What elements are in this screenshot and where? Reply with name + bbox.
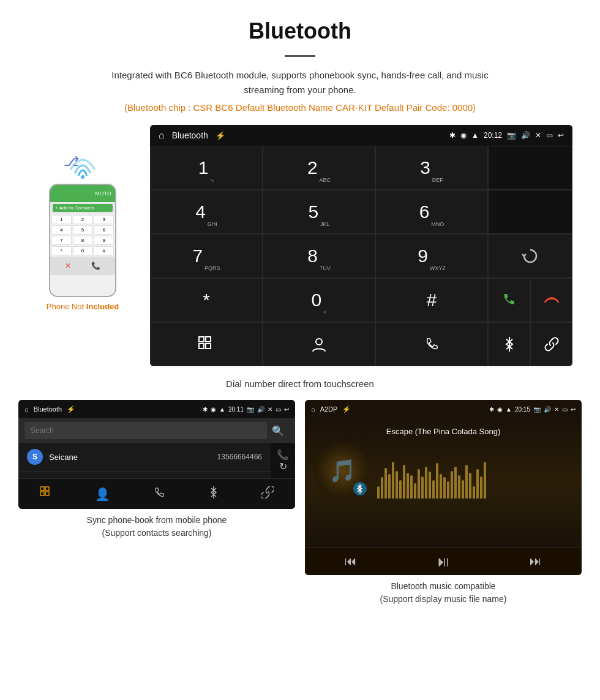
music-vol-icon[interactable]: 🔊 <box>544 406 551 413</box>
title-divider <box>285 55 315 57</box>
pb-nav-person-icon[interactable]: 👤 <box>95 487 110 502</box>
dial-key-8[interactable]: 8TUV <box>263 234 375 278</box>
dial-key-1[interactable]: 1∿ <box>150 146 263 190</box>
music-play-icon[interactable]: ⏯ <box>436 553 451 570</box>
pb-search-icon[interactable]: 🔍 <box>272 425 284 437</box>
music-note-icon: 🎵 <box>329 458 356 484</box>
music-cam-icon[interactable]: 📷 <box>533 406 541 413</box>
pb-win-icon[interactable]: ▭ <box>276 406 281 413</box>
dial-caption: Dial number direct from touchscreen <box>0 378 600 389</box>
svg-text:⎇: ⎇ <box>64 154 79 169</box>
android-dial-screen: ⌂ Bluetooth ⚡ ✱ ◉ ▲ 20:12 📷 🔊 ✕ ▭ ↩ 1∿ <box>150 125 572 366</box>
phone-illustration: ⎇ MOTO + Add to Contacts 123 456 789 *0#… <box>28 125 138 311</box>
dial-nav-grid[interactable] <box>150 322 263 366</box>
bluetooth-info: (Bluetooth chip : CSR BC6 Default Blueto… <box>0 102 600 113</box>
phonebook-screenshot: ⌂ Bluetooth ⚡ ✱ ◉ ▲ 20:11 📷 🔊 ✕ ▭ ↩ <box>18 400 295 606</box>
volume-icon-status[interactable]: 🔊 <box>521 131 530 140</box>
camera-icon-status[interactable]: 📷 <box>507 131 516 140</box>
dial-key-4[interactable]: 4GHI <box>150 190 263 234</box>
pb-side-phone-icon[interactable]: 📞 <box>277 449 289 461</box>
pb-cam-icon[interactable]: 📷 <box>247 406 254 413</box>
music-back-icon[interactable]: ↩ <box>571 406 576 413</box>
pb-nav-link-icon[interactable] <box>261 486 274 502</box>
music-content-row: 🎵 <box>315 443 572 499</box>
pb-home-icon[interactable]: ⌂ <box>24 405 29 413</box>
pb-status-bar: ⌂ Bluetooth ⚡ ✱ ◉ ▲ 20:11 📷 🔊 ✕ ▭ ↩ <box>18 400 295 418</box>
signal-icon: ▲ <box>471 131 479 140</box>
dial-reload[interactable] <box>488 234 572 278</box>
dial-key-0[interactable]: 0+ <box>263 278 375 322</box>
screen-title: Bluetooth <box>172 130 208 140</box>
dial-key-3[interactable]: 3DEF <box>375 146 488 190</box>
music-screen: ⌂ A2DP ⚡ ✱ ◉ ▲ 20:15 📷 🔊 ✕ ▭ ↩ E <box>305 400 582 575</box>
pb-search-input[interactable] <box>24 422 267 439</box>
location-icon: ◉ <box>460 131 467 140</box>
dial-call-accept[interactable] <box>488 278 530 322</box>
svg-rect-11 <box>45 492 49 495</box>
back-icon-status[interactable]: ↩ <box>558 131 564 140</box>
svg-rect-2 <box>199 337 204 342</box>
pb-time: 20:11 <box>228 406 244 413</box>
music-status-bar: ⌂ A2DP ⚡ ✱ ◉ ▲ 20:15 📷 🔊 ✕ ▭ ↩ <box>305 400 582 418</box>
pb-side-icons: 📞 ↻ <box>271 443 295 478</box>
phonebook-caption: Sync phone-book from mobile phone (Suppo… <box>87 514 227 540</box>
pb-nav-phone-icon[interactable] <box>153 486 165 502</box>
pb-nav-grid-icon[interactable] <box>40 486 52 502</box>
pb-x-icon[interactable]: ✕ <box>268 406 272 413</box>
phone-keypad: 123 456 789 *0# <box>50 214 115 257</box>
pb-side-reload-icon[interactable]: ↻ <box>279 461 287 472</box>
music-bt-icon: ✱ <box>489 406 494 413</box>
pb-vol-icon[interactable]: 🔊 <box>257 406 264 413</box>
usb-icon: ⚡ <box>216 131 225 140</box>
pb-contact-avatar: S <box>27 449 43 465</box>
dial-key-9[interactable]: 9WXYZ <box>375 234 488 278</box>
music-body: Escape (The Pina Colada Song) 🎵 <box>305 418 582 547</box>
pb-back-icon[interactable]: ↩ <box>284 406 289 413</box>
window-icon-status[interactable]: ▭ <box>546 131 553 140</box>
music-screenshot: ⌂ A2DP ⚡ ✱ ◉ ▲ 20:15 📷 🔊 ✕ ▭ ↩ E <box>305 400 582 606</box>
music-caption: Bluetooth music compatible (Support disp… <box>380 580 507 606</box>
pb-title: Bluetooth <box>34 405 62 413</box>
pb-contact-row[interactable]: S Seicane 13566664466 <box>18 443 271 472</box>
music-loc-icon: ◉ <box>497 406 503 413</box>
dial-key-star[interactable]: * <box>150 278 263 322</box>
pb-contacts-list: S Seicane 13566664466 <box>18 443 271 478</box>
dial-key-6[interactable]: 6MNO <box>375 190 488 234</box>
music-x-icon[interactable]: ✕ <box>554 406 559 413</box>
music-bottom-nav: ⏮ ⏯ ⏭ <box>305 547 582 575</box>
pb-nav-bt-icon[interactable] <box>209 486 219 502</box>
home-icon[interactable]: ⌂ <box>159 130 165 141</box>
dial-nav-phone[interactable] <box>375 322 488 366</box>
pb-bt-icon: ✱ <box>203 406 208 413</box>
music-home-icon[interactable]: ⌂ <box>311 405 315 413</box>
svg-rect-8 <box>40 487 44 491</box>
pb-usb-icon: ⚡ <box>67 405 75 413</box>
music-album-art: 🎵 <box>315 443 370 499</box>
phone-body: MOTO + Add to Contacts 123 456 789 *0# ✕… <box>49 184 116 297</box>
phonebook-screen: ⌂ Bluetooth ⚡ ✱ ◉ ▲ 20:11 📷 🔊 ✕ ▭ ↩ <box>18 400 295 509</box>
svg-rect-10 <box>40 492 44 495</box>
pb-loc-icon: ◉ <box>211 406 216 413</box>
dial-nav-link[interactable] <box>530 322 572 366</box>
pb-search-bar: 🔍 <box>18 418 295 443</box>
dial-call-end[interactable] <box>530 278 572 322</box>
dial-key-2[interactable]: 2ABC <box>263 146 375 190</box>
dial-key-5[interactable]: 5JKL <box>263 190 375 234</box>
dial-key-hash[interactable]: # <box>375 278 488 322</box>
dial-nav-contacts[interactable] <box>263 322 375 366</box>
pb-contact-name: Seicane <box>49 453 217 462</box>
music-prev-icon[interactable]: ⏮ <box>345 554 357 568</box>
time-display: 20:12 <box>484 131 502 140</box>
dial-key-7[interactable]: 7PQRS <box>150 234 263 278</box>
music-song-title: Escape (The Pina Colada Song) <box>386 427 500 436</box>
phone-bottom-nav: ✕ 📞 <box>50 257 115 275</box>
page-description: Integrated with BC6 Bluetooth module, su… <box>110 68 490 97</box>
android-status-bar: ⌂ Bluetooth ⚡ ✱ ◉ ▲ 20:12 📷 🔊 ✕ ▭ ↩ <box>150 125 572 146</box>
music-win-icon[interactable]: ▭ <box>562 406 568 413</box>
phone-not-included-label: Phone Not Included <box>47 302 119 311</box>
close-icon-status[interactable]: ✕ <box>535 131 541 140</box>
music-next-icon[interactable]: ⏭ <box>530 554 542 568</box>
music-sig-icon: ▲ <box>506 406 512 413</box>
dial-nav-bluetooth[interactable] <box>488 322 530 366</box>
svg-rect-9 <box>45 487 49 491</box>
